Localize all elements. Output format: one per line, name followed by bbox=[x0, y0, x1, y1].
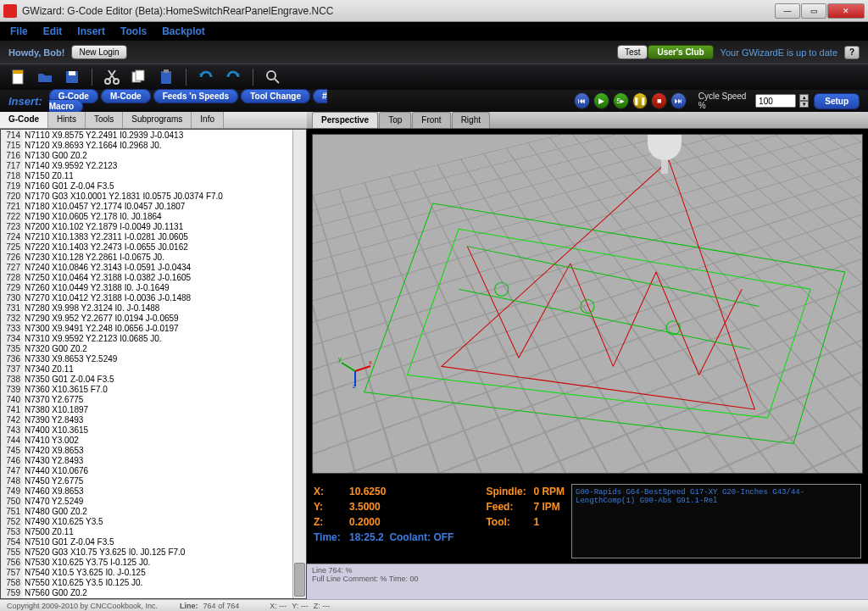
svg-point-10 bbox=[267, 71, 275, 80]
copyright: Copyright 2009-2010 by CNCCookbook, Inc. bbox=[7, 602, 158, 610]
forward-button[interactable]: ⏭ bbox=[670, 92, 687, 109]
dro-feed-label: Feed: bbox=[486, 499, 533, 514]
paste-icon[interactable] bbox=[157, 68, 175, 86]
view-tab-front[interactable]: Front bbox=[412, 112, 450, 128]
insert-pill-m-code[interactable]: M-Code bbox=[101, 89, 151, 103]
svg-rect-7 bbox=[136, 70, 144, 81]
open-file-icon[interactable] bbox=[36, 68, 54, 86]
dro-z-value: 0.2000 bbox=[349, 516, 381, 528]
axes-triad-icon: x y z bbox=[338, 354, 372, 388]
dro-coolant-value: OFF bbox=[433, 531, 453, 543]
menu-file[interactable]: File bbox=[10, 25, 28, 37]
users-club-button[interactable]: User's Club bbox=[648, 45, 713, 59]
code-tab-info[interactable]: Info bbox=[192, 112, 224, 128]
test-button[interactable]: Test bbox=[617, 45, 648, 59]
svg-point-11 bbox=[495, 282, 509, 296]
vertical-scrollbar[interactable] bbox=[292, 130, 306, 598]
code-tab-g-code[interactable]: G-Code bbox=[0, 112, 48, 128]
undo-icon[interactable] bbox=[197, 68, 215, 86]
status-line-label: Line: bbox=[180, 602, 198, 610]
dro-spindle-label: Spindle: bbox=[486, 484, 533, 499]
dro-feed-value: 7 IPM bbox=[533, 501, 559, 513]
cycle-spinner[interactable]: ▲▼ bbox=[799, 94, 809, 108]
step5-button[interactable]: 5▸ bbox=[613, 92, 629, 109]
copy-icon[interactable] bbox=[130, 68, 148, 86]
greeting-label: Howdy, Bob! bbox=[8, 47, 64, 58]
svg-rect-8 bbox=[161, 71, 171, 84]
window-title: GWizard: G-Code Editor (Beta):HomeSwitch… bbox=[22, 5, 775, 17]
dro-spindle-value: 0 RPM bbox=[533, 486, 565, 497]
search-icon[interactable] bbox=[264, 68, 282, 86]
modal-states: G00-Rapids G64-BestSpeed G17-XY G20-Inch… bbox=[571, 484, 861, 558]
help-button[interactable]: ? bbox=[844, 46, 860, 59]
play-button[interactable]: ▶ bbox=[593, 92, 609, 109]
dro-z-label: Z: bbox=[314, 514, 349, 530]
code-tab-hints[interactable]: Hints bbox=[48, 112, 86, 128]
stop-button[interactable]: ■ bbox=[651, 92, 667, 109]
pause-button[interactable]: ❚❚ bbox=[632, 92, 648, 109]
svg-point-5 bbox=[114, 79, 119, 84]
gcode-editor[interactable]: N7110 X9.8575 Y2.2491 I0.2939 J-0.0413N7… bbox=[23, 130, 292, 598]
setup-button[interactable]: Setup bbox=[814, 93, 860, 109]
svg-rect-3 bbox=[69, 71, 75, 75]
cycle-speed-input[interactable] bbox=[755, 94, 796, 108]
dro-coolant-label: Coolant: bbox=[389, 531, 431, 543]
tool-indicator bbox=[643, 134, 686, 177]
svg-text:y: y bbox=[338, 355, 342, 363]
cycle-speed-label: Cycle Speed % bbox=[698, 92, 752, 110]
dro-time-value: 18:25.2 bbox=[349, 531, 384, 543]
minimize-button[interactable]: — bbox=[775, 3, 800, 19]
dro-tool-value: 1 bbox=[533, 516, 539, 528]
view-tab-right[interactable]: Right bbox=[452, 112, 490, 128]
redo-icon[interactable] bbox=[224, 68, 242, 86]
code-tab-tools[interactable]: Tools bbox=[86, 112, 123, 128]
new-file-icon[interactable] bbox=[8, 68, 27, 86]
svg-text:x: x bbox=[369, 358, 372, 366]
update-status: Your GWizardE is up to date bbox=[721, 47, 837, 58]
maximize-button[interactable]: ▭ bbox=[801, 3, 826, 19]
view-tab-top[interactable]: Top bbox=[379, 112, 411, 128]
new-login-button[interactable]: New Login bbox=[71, 45, 126, 59]
svg-point-12 bbox=[581, 299, 594, 313]
svg-line-16 bbox=[342, 363, 355, 371]
rewind-button[interactable]: ⏮ bbox=[574, 92, 590, 109]
dro-x-label: X: bbox=[314, 484, 349, 499]
dro-tool-label: Tool: bbox=[486, 514, 533, 530]
dro-y-value: 3.5000 bbox=[349, 501, 381, 513]
save-file-icon[interactable] bbox=[63, 68, 81, 86]
status-z: Z: --- bbox=[314, 602, 331, 610]
3d-viewport[interactable]: x y z bbox=[312, 134, 863, 474]
dro-y-label: Y: bbox=[314, 499, 349, 514]
svg-text:z: z bbox=[353, 382, 356, 388]
dro-x-value: 10.6250 bbox=[349, 486, 386, 497]
cut-icon[interactable] bbox=[103, 68, 121, 86]
status-x: X: --- bbox=[270, 602, 287, 610]
menu-backplot[interactable]: Backplot bbox=[162, 25, 205, 37]
menu-edit[interactable]: Edit bbox=[43, 25, 63, 37]
svg-point-4 bbox=[105, 79, 110, 84]
insert-pill-tool-change[interactable]: Tool Change bbox=[241, 89, 310, 103]
insert-pill-feeds-n-speeds[interactable]: Feeds 'n Speeds bbox=[153, 89, 239, 103]
insert-label: Insert: bbox=[8, 95, 42, 108]
svg-rect-9 bbox=[164, 69, 169, 73]
close-button[interactable]: ✕ bbox=[827, 3, 865, 19]
status-line-value: 764 of 764 bbox=[203, 602, 240, 610]
status-y: Y: --- bbox=[292, 602, 309, 610]
comment-line2: Full Line Comment: % Time: 00 bbox=[312, 575, 863, 583]
svg-point-13 bbox=[666, 321, 680, 335]
svg-rect-1 bbox=[13, 70, 23, 74]
menu-tools[interactable]: Tools bbox=[120, 25, 147, 37]
app-icon bbox=[3, 4, 17, 18]
dro-time-label: Time: bbox=[314, 530, 349, 545]
comment-line1: Line 764: % bbox=[312, 566, 863, 575]
svg-line-14 bbox=[355, 366, 370, 371]
code-tab-subprograms[interactable]: Subprograms bbox=[123, 112, 192, 128]
menu-insert[interactable]: Insert bbox=[77, 25, 105, 37]
view-tab-perspective[interactable]: Perspective bbox=[312, 112, 378, 128]
